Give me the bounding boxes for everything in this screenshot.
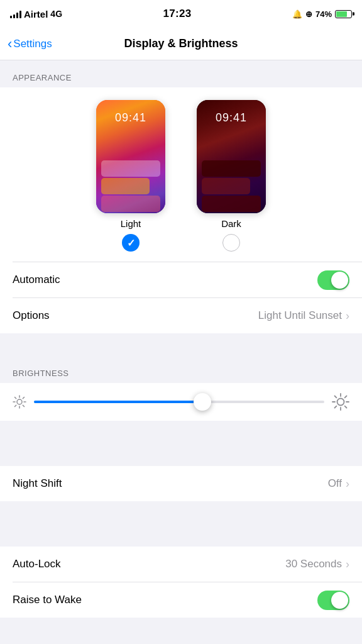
auto-lock-label: Auto-Lock — [13, 558, 61, 570]
back-chevron-icon: ‹ — [8, 37, 12, 51]
brightness-section — [0, 383, 362, 421]
spacer-3 — [0, 501, 362, 524]
dark-phone-time: 09:41 — [197, 111, 266, 125]
dark-mode-label: Dark — [221, 218, 241, 229]
auto-lock-right: 30 Seconds › — [285, 558, 349, 571]
light-phone-screen: 09:41 — [96, 100, 165, 213]
options-chevron-icon: › — [346, 309, 349, 323]
status-right: 🔔 ⊕ 74% — [292, 9, 352, 19]
raise-to-wake-toggle-thumb — [331, 592, 348, 609]
svg-line-14 — [335, 396, 337, 398]
light-phone-widgets — [96, 159, 165, 213]
back-button[interactable]: ‹ Settings — [8, 37, 52, 51]
options-label: Options — [13, 309, 50, 322]
svg-point-0 — [17, 399, 22, 404]
svg-line-7 — [23, 397, 24, 399]
widget-bar-light-2 — [101, 178, 150, 194]
page-title: Display & Brightness — [124, 37, 238, 50]
status-time: 17:23 — [163, 8, 192, 20]
options-row[interactable]: Options Light Until Sunset › — [0, 298, 362, 333]
automatic-row[interactable]: Automatic — [0, 262, 362, 297]
widget-bar-light-3 — [101, 196, 160, 212]
brightness-slider-row — [13, 393, 349, 411]
svg-line-8 — [15, 405, 16, 406]
network-type: 4G — [50, 9, 62, 19]
svg-point-9 — [337, 399, 344, 406]
raise-to-wake-toggle[interactable] — [317, 591, 349, 610]
auto-lock-value: 30 Seconds — [285, 558, 342, 570]
automatic-toggle[interactable] — [317, 270, 349, 290]
checkmark-icon: ✓ — [127, 237, 135, 249]
appearance-section-header: APPEARANCE — [0, 60, 362, 87]
night-shift-value: Off — [328, 477, 342, 490]
auto-lock-section: Auto-Lock 30 Seconds › Raise to Wake — [0, 547, 362, 618]
svg-line-16 — [345, 396, 347, 398]
svg-line-6 — [23, 405, 24, 406]
appearance-options: 09:41 Light ✓ 09:41 — [0, 87, 362, 262]
main-content: APPEARANCE 09:41 Light ✓ — [0, 60, 362, 618]
svg-line-5 — [15, 397, 16, 399]
widget-bar-dark-2 — [202, 178, 250, 194]
raise-to-wake-row[interactable]: Raise to Wake — [0, 582, 362, 618]
sun-small-icon — [13, 395, 26, 409]
status-left: Airtel 4G — [10, 9, 62, 19]
battery-indicator — [335, 10, 352, 18]
svg-line-17 — [335, 406, 337, 408]
dark-phone-widgets — [197, 159, 266, 213]
dark-mode-radio[interactable] — [222, 234, 240, 252]
orientation-icon: ⊕ — [305, 9, 312, 19]
slider-thumb[interactable] — [194, 393, 211, 411]
night-shift-label: Night Shift — [13, 477, 62, 490]
svg-line-15 — [345, 406, 347, 408]
carrier: Airtel — [24, 9, 48, 19]
alarm-icon: 🔔 — [292, 9, 302, 19]
navigation-bar: ‹ Settings Display & Brightness — [0, 28, 362, 60]
slider-fill — [34, 401, 202, 403]
auto-lock-row[interactable]: Auto-Lock 30 Seconds › — [0, 547, 362, 582]
night-shift-section: Night Shift Off › — [0, 466, 362, 501]
back-label: Settings — [13, 38, 52, 50]
dark-phone-screen: 09:41 — [197, 100, 266, 213]
spacer-1 — [0, 333, 362, 356]
brightness-section-header: BRIGHTNESS — [0, 356, 362, 383]
light-mode-option[interactable]: 09:41 Light ✓ — [96, 100, 165, 252]
sun-large-icon — [332, 393, 349, 411]
dark-mode-option[interactable]: 09:41 Dark — [197, 100, 266, 252]
spacer-2 — [0, 421, 362, 443]
light-mode-preview: 09:41 — [96, 100, 165, 213]
night-shift-right: Off › — [328, 477, 349, 491]
raise-to-wake-label: Raise to Wake — [13, 594, 82, 606]
light-mode-radio[interactable]: ✓ — [122, 234, 140, 252]
status-bar: Airtel 4G 17:23 🔔 ⊕ 74% — [0, 0, 362, 28]
battery-fill — [336, 11, 347, 17]
brightness-slider[interactable] — [34, 401, 324, 403]
options-right: Light Until Sunset › — [258, 309, 349, 323]
battery-icon — [335, 10, 352, 18]
widget-bar-dark-1 — [202, 160, 261, 177]
light-mode-label: Light — [121, 218, 141, 229]
widget-bar-dark-3 — [202, 196, 261, 212]
battery-percent: 74% — [315, 9, 332, 19]
auto-lock-chevron-icon: › — [346, 558, 349, 571]
options-value: Light Until Sunset — [258, 309, 342, 322]
night-shift-chevron-icon: › — [346, 477, 349, 491]
widget-bar-light-1 — [101, 160, 160, 177]
appearance-section: 09:41 Light ✓ 09:41 — [0, 87, 362, 333]
toggle-thumb — [331, 272, 348, 289]
dark-mode-preview: 09:41 — [197, 100, 266, 213]
automatic-label: Automatic — [13, 274, 60, 286]
night-shift-row[interactable]: Night Shift Off › — [0, 466, 362, 501]
signal-bars — [10, 9, 21, 18]
light-phone-time: 09:41 — [96, 111, 165, 125]
